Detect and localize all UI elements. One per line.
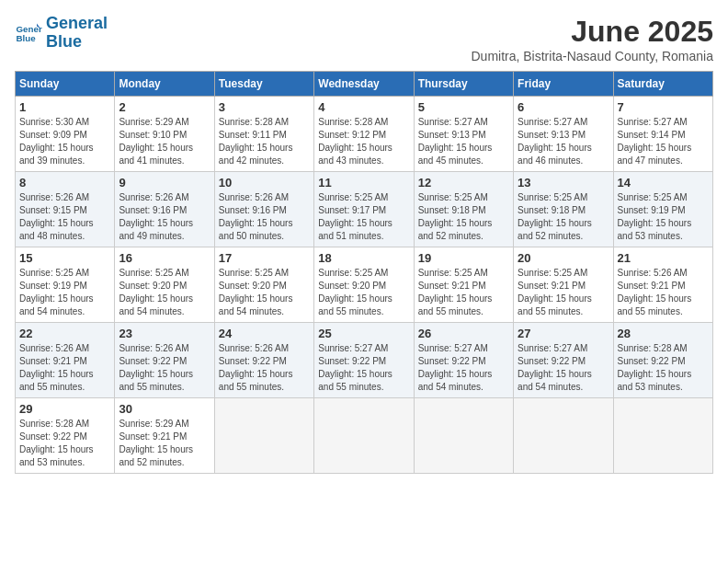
calendar-day-cell: 4Sunrise: 5:28 AM Sunset: 9:12 PM Daylig…: [314, 97, 414, 172]
calendar-day-cell: 3Sunrise: 5:28 AM Sunset: 9:11 PM Daylig…: [214, 97, 313, 172]
day-number: 14: [618, 176, 709, 190]
calendar-day-cell: 24Sunrise: 5:26 AM Sunset: 9:22 PM Dayli…: [214, 323, 313, 398]
calendar-day-cell: 11Sunrise: 5:25 AM Sunset: 9:17 PM Dayli…: [314, 172, 414, 247]
calendar-day-cell: 22Sunrise: 5:26 AM Sunset: 9:21 PM Dayli…: [16, 323, 115, 398]
day-number: 21: [618, 251, 709, 265]
empty-day-cell: [214, 398, 313, 474]
day-info: Sunrise: 5:30 AM Sunset: 9:09 PM Dayligh…: [19, 116, 110, 167]
day-number: 17: [219, 251, 310, 265]
svg-text:General: General: [17, 23, 43, 33]
location-subtitle: Dumitra, Bistrita-Nasaud County, Romania: [471, 49, 713, 63]
day-number: 24: [219, 327, 310, 340]
calendar-day-cell: 1Sunrise: 5:30 AM Sunset: 9:09 PM Daylig…: [16, 97, 115, 172]
calendar-day-cell: 23Sunrise: 5:26 AM Sunset: 9:22 PM Dayli…: [115, 323, 214, 398]
header-day-tuesday: Tuesday: [214, 72, 313, 97]
day-info: Sunrise: 5:29 AM Sunset: 9:10 PM Dayligh…: [119, 116, 210, 167]
day-number: 18: [318, 251, 409, 265]
page-header: General Blue General Blue June 2025 Dumi…: [15, 15, 713, 63]
day-number: 22: [19, 327, 110, 340]
day-info: Sunrise: 5:27 AM Sunset: 9:13 PM Dayligh…: [418, 116, 509, 167]
day-info: Sunrise: 5:27 AM Sunset: 9:22 PM Dayligh…: [518, 342, 609, 394]
day-number: 25: [318, 327, 409, 340]
day-number: 8: [19, 176, 110, 190]
calendar-day-cell: 25Sunrise: 5:27 AM Sunset: 9:22 PM Dayli…: [314, 323, 414, 398]
day-info: Sunrise: 5:26 AM Sunset: 9:16 PM Dayligh…: [219, 191, 310, 243]
calendar-week-row: 15Sunrise: 5:25 AM Sunset: 9:19 PM Dayli…: [16, 247, 713, 323]
day-number: 3: [219, 100, 310, 114]
day-info: Sunrise: 5:28 AM Sunset: 9:11 PM Dayligh…: [219, 116, 310, 167]
calendar-day-cell: 19Sunrise: 5:25 AM Sunset: 9:21 PM Dayli…: [414, 247, 513, 323]
day-number: 19: [418, 251, 509, 265]
day-info: Sunrise: 5:26 AM Sunset: 9:22 PM Dayligh…: [219, 342, 310, 394]
logo-icon: General Blue: [15, 19, 42, 47]
calendar-day-cell: 28Sunrise: 5:28 AM Sunset: 9:22 PM Dayli…: [613, 323, 712, 398]
day-number: 9: [119, 176, 210, 190]
day-info: Sunrise: 5:27 AM Sunset: 9:22 PM Dayligh…: [318, 342, 409, 394]
day-number: 6: [518, 100, 609, 114]
calendar-day-cell: 26Sunrise: 5:27 AM Sunset: 9:22 PM Dayli…: [414, 323, 513, 398]
day-info: Sunrise: 5:25 AM Sunset: 9:19 PM Dayligh…: [618, 191, 709, 243]
day-info: Sunrise: 5:25 AM Sunset: 9:18 PM Dayligh…: [418, 191, 509, 243]
calendar-day-cell: 16Sunrise: 5:25 AM Sunset: 9:20 PM Dayli…: [115, 247, 214, 323]
day-info: Sunrise: 5:25 AM Sunset: 9:20 PM Dayligh…: [219, 267, 310, 318]
day-info: Sunrise: 5:28 AM Sunset: 9:12 PM Dayligh…: [318, 116, 409, 167]
calendar-day-cell: 27Sunrise: 5:27 AM Sunset: 9:22 PM Dayli…: [514, 323, 613, 398]
header-day-wednesday: Wednesday: [314, 72, 414, 97]
day-number: 26: [418, 327, 509, 340]
empty-day-cell: [613, 398, 712, 474]
calendar-week-row: 1Sunrise: 5:30 AM Sunset: 9:09 PM Daylig…: [16, 97, 713, 172]
day-number: 29: [19, 402, 110, 416]
day-info: Sunrise: 5:25 AM Sunset: 9:21 PM Dayligh…: [418, 267, 509, 318]
day-number: 4: [318, 100, 409, 114]
day-number: 1: [19, 100, 110, 114]
calendar-day-cell: 10Sunrise: 5:26 AM Sunset: 9:16 PM Dayli…: [214, 172, 313, 247]
header-day-saturday: Saturday: [613, 72, 712, 97]
day-number: 10: [219, 176, 310, 190]
day-number: 28: [618, 327, 709, 340]
calendar-header-row: SundayMondayTuesdayWednesdayThursdayFrid…: [16, 72, 713, 97]
day-number: 23: [119, 327, 210, 340]
calendar-day-cell: 29Sunrise: 5:28 AM Sunset: 9:22 PM Dayli…: [16, 398, 115, 474]
calendar-week-row: 8Sunrise: 5:26 AM Sunset: 9:15 PM Daylig…: [16, 172, 713, 247]
calendar-day-cell: 20Sunrise: 5:25 AM Sunset: 9:21 PM Dayli…: [514, 247, 613, 323]
day-info: Sunrise: 5:29 AM Sunset: 9:21 PM Dayligh…: [119, 418, 210, 469]
header-day-monday: Monday: [115, 72, 214, 97]
empty-day-cell: [514, 398, 613, 474]
calendar-day-cell: 5Sunrise: 5:27 AM Sunset: 9:13 PM Daylig…: [414, 97, 513, 172]
month-year-title: June 2025: [471, 15, 713, 49]
day-number: 16: [119, 251, 210, 265]
empty-day-cell: [314, 398, 414, 474]
day-number: 13: [518, 176, 609, 190]
calendar-day-cell: 30Sunrise: 5:29 AM Sunset: 9:21 PM Dayli…: [115, 398, 214, 474]
calendar-table: SundayMondayTuesdayWednesdayThursdayFrid…: [15, 71, 713, 474]
calendar-day-cell: 12Sunrise: 5:25 AM Sunset: 9:18 PM Dayli…: [414, 172, 513, 247]
header-day-friday: Friday: [514, 72, 613, 97]
day-info: Sunrise: 5:27 AM Sunset: 9:14 PM Dayligh…: [618, 116, 709, 167]
day-info: Sunrise: 5:27 AM Sunset: 9:13 PM Dayligh…: [518, 116, 609, 167]
day-info: Sunrise: 5:26 AM Sunset: 9:21 PM Dayligh…: [618, 267, 709, 318]
calendar-day-cell: 13Sunrise: 5:25 AM Sunset: 9:18 PM Dayli…: [514, 172, 613, 247]
calendar-day-cell: 17Sunrise: 5:25 AM Sunset: 9:20 PM Dayli…: [214, 247, 313, 323]
empty-day-cell: [414, 398, 513, 474]
header-day-thursday: Thursday: [414, 72, 513, 97]
calendar-day-cell: 14Sunrise: 5:25 AM Sunset: 9:19 PM Dayli…: [613, 172, 712, 247]
calendar-day-cell: 18Sunrise: 5:25 AM Sunset: 9:20 PM Dayli…: [314, 247, 414, 323]
day-number: 20: [518, 251, 609, 265]
day-info: Sunrise: 5:26 AM Sunset: 9:22 PM Dayligh…: [119, 342, 210, 394]
calendar-week-row: 22Sunrise: 5:26 AM Sunset: 9:21 PM Dayli…: [16, 323, 713, 398]
day-info: Sunrise: 5:26 AM Sunset: 9:15 PM Dayligh…: [19, 191, 110, 243]
calendar-day-cell: 2Sunrise: 5:29 AM Sunset: 9:10 PM Daylig…: [115, 97, 214, 172]
calendar-day-cell: 7Sunrise: 5:27 AM Sunset: 9:14 PM Daylig…: [613, 97, 712, 172]
day-info: Sunrise: 5:28 AM Sunset: 9:22 PM Dayligh…: [19, 418, 110, 469]
day-number: 7: [618, 100, 709, 114]
header-day-sunday: Sunday: [16, 72, 115, 97]
day-info: Sunrise: 5:26 AM Sunset: 9:21 PM Dayligh…: [19, 342, 110, 394]
day-number: 15: [19, 251, 110, 265]
day-info: Sunrise: 5:25 AM Sunset: 9:20 PM Dayligh…: [318, 267, 409, 318]
day-info: Sunrise: 5:26 AM Sunset: 9:16 PM Dayligh…: [119, 191, 210, 243]
calendar-day-cell: 15Sunrise: 5:25 AM Sunset: 9:19 PM Dayli…: [16, 247, 115, 323]
day-info: Sunrise: 5:25 AM Sunset: 9:19 PM Dayligh…: [19, 267, 110, 318]
logo-text-line1: General: [46, 15, 108, 33]
day-number: 12: [418, 176, 509, 190]
calendar-day-cell: 8Sunrise: 5:26 AM Sunset: 9:15 PM Daylig…: [16, 172, 115, 247]
